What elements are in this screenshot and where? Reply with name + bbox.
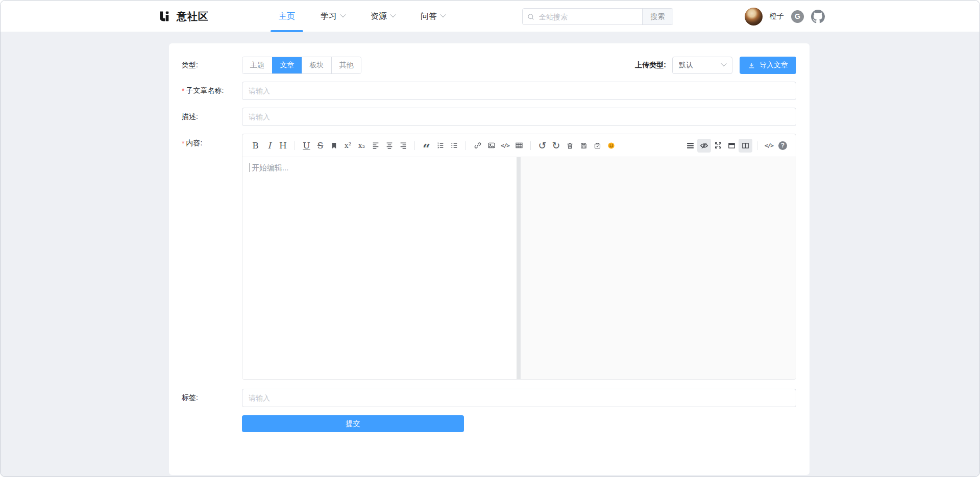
- chevron-down-icon: [390, 12, 396, 17]
- editor-input-pane[interactable]: 开始编辑...: [242, 157, 517, 379]
- toolbar-separator: [530, 141, 531, 150]
- brand[interactable]: 意社区: [158, 1, 209, 32]
- table-icon[interactable]: [512, 139, 526, 153]
- chevron-down-icon: [721, 61, 726, 66]
- inline-code-icon[interactable]: </>: [498, 139, 512, 153]
- type-option-other[interactable]: 其他: [331, 57, 361, 73]
- upload-type-value: 默认: [679, 61, 693, 70]
- editor-panes: 开始编辑...: [242, 157, 796, 379]
- username[interactable]: 橙子: [770, 12, 784, 21]
- align-left-icon[interactable]: [369, 139, 382, 153]
- help-icon[interactable]: ?: [776, 139, 790, 153]
- toolbar-separator: [757, 141, 757, 150]
- markdown-editor: B I H U S x² x₂ “: [242, 134, 796, 380]
- github-icon[interactable]: [811, 10, 825, 23]
- fullscreen-icon[interactable]: [711, 139, 725, 153]
- active-tab-underline: [271, 30, 303, 32]
- heading-icon[interactable]: H: [276, 139, 290, 153]
- search-button[interactable]: 搜索: [642, 9, 673, 24]
- type-row: 类型: 主题 文章 板块 其他 上传类型: 默认 导入文章: [182, 57, 796, 74]
- image-icon[interactable]: [484, 139, 498, 153]
- upload-type-select[interactable]: 默认: [672, 57, 732, 74]
- required-mark: *: [182, 87, 184, 95]
- required-mark: *: [182, 139, 184, 147]
- site-title: 意社区: [177, 10, 209, 23]
- download-icon: [748, 62, 755, 69]
- two-column-icon[interactable]: [739, 139, 752, 153]
- preview-toggle-icon[interactable]: [697, 139, 711, 153]
- tags-label: 标签:: [182, 393, 242, 403]
- editor-placeholder: 开始编辑...: [250, 163, 289, 172]
- strikethrough-icon[interactable]: S: [313, 139, 327, 153]
- toolbar-separator: [414, 141, 415, 150]
- undo-icon[interactable]: ↺: [535, 139, 549, 153]
- superscript-icon[interactable]: x²: [341, 139, 355, 153]
- description-input[interactable]: [242, 108, 796, 126]
- emoji-icon[interactable]: [604, 139, 618, 153]
- editor-preview-pane: [521, 157, 796, 379]
- align-right-icon[interactable]: [396, 139, 410, 153]
- pane-resize-handle[interactable]: [517, 157, 521, 379]
- editor-toolbar: B I H U S x² x₂ “: [242, 134, 796, 157]
- nav-item-resources[interactable]: 资源: [371, 1, 395, 32]
- sub-article-name-input[interactable]: [242, 82, 796, 100]
- ordered-list-icon[interactable]: [433, 139, 447, 153]
- navbar: 意社区 主页 学习 资源 问答 搜索: [1, 1, 979, 32]
- sub-article-name-row: * 子文章名称:: [182, 82, 796, 100]
- gitee-icon[interactable]: G: [791, 10, 804, 23]
- redo-icon[interactable]: ↻: [549, 139, 563, 153]
- search-input[interactable]: [539, 9, 642, 24]
- tags-input[interactable]: [242, 389, 796, 407]
- type-option-board[interactable]: 板块: [302, 57, 331, 73]
- form-card: 类型: 主题 文章 板块 其他 上传类型: 默认 导入文章 * 子文章名称:: [169, 43, 810, 475]
- upload-type-label: 上传类型:: [635, 61, 666, 70]
- nav-item-learn[interactable]: 学习: [321, 1, 345, 32]
- description-row: 描述:: [182, 108, 796, 126]
- export-check-icon[interactable]: [591, 139, 604, 153]
- type-option-topic[interactable]: 主题: [242, 57, 272, 73]
- site-search: 搜索: [522, 8, 673, 25]
- nav-item-label: 学习: [321, 11, 337, 22]
- italic-icon[interactable]: I: [262, 139, 276, 153]
- submit-button[interactable]: 提交: [242, 415, 464, 432]
- nav-item-qa[interactable]: 问答: [421, 1, 445, 32]
- toolbar-separator: [465, 141, 466, 150]
- nav-item-label: 问答: [421, 11, 437, 22]
- underline-icon[interactable]: U: [300, 139, 313, 153]
- user-area: 橙子 G: [745, 1, 825, 32]
- import-article-button[interactable]: 导入文章: [740, 57, 796, 74]
- subscript-icon[interactable]: x₂: [355, 139, 369, 153]
- delete-icon[interactable]: [563, 139, 577, 153]
- toolbar-separator: [295, 141, 295, 150]
- main-nav: 主页 学习 资源 问答: [279, 1, 445, 32]
- site-logo-icon: [158, 10, 172, 23]
- tags-row: 标签:: [182, 389, 796, 407]
- avatar[interactable]: [745, 8, 763, 26]
- search-icon: [523, 9, 539, 24]
- type-option-article[interactable]: 文章: [272, 57, 302, 73]
- unordered-list-icon[interactable]: [447, 139, 461, 153]
- type-segmented-control: 主题 文章 板块 其他: [242, 57, 361, 74]
- browser-window: 意社区 主页 学习 资源 问答 搜索: [0, 0, 980, 477]
- description-label: 描述:: [182, 112, 242, 121]
- bookmark-icon[interactable]: [327, 139, 341, 153]
- blockquote-icon[interactable]: “: [420, 139, 433, 153]
- nav-item-label: 主页: [279, 11, 295, 22]
- outline-icon[interactable]: [683, 139, 697, 153]
- content-label: * 内容:: [182, 134, 242, 148]
- nav-item-label: 资源: [371, 11, 387, 22]
- content-row: * 内容: B I H U S x² x₂ “: [182, 134, 796, 380]
- source-code-icon[interactable]: </>: [762, 139, 776, 153]
- type-label: 类型:: [182, 61, 242, 70]
- chevron-down-icon: [440, 12, 446, 17]
- sub-article-name-label: * 子文章名称:: [182, 86, 242, 95]
- chevron-down-icon: [340, 12, 346, 17]
- link-icon[interactable]: [471, 139, 484, 153]
- bold-icon[interactable]: B: [249, 139, 262, 153]
- save-icon[interactable]: [577, 139, 591, 153]
- nav-item-home[interactable]: 主页: [279, 1, 295, 32]
- align-center-icon[interactable]: [382, 139, 396, 153]
- single-column-icon[interactable]: [725, 139, 739, 153]
- submit-row: 提交: [242, 415, 796, 432]
